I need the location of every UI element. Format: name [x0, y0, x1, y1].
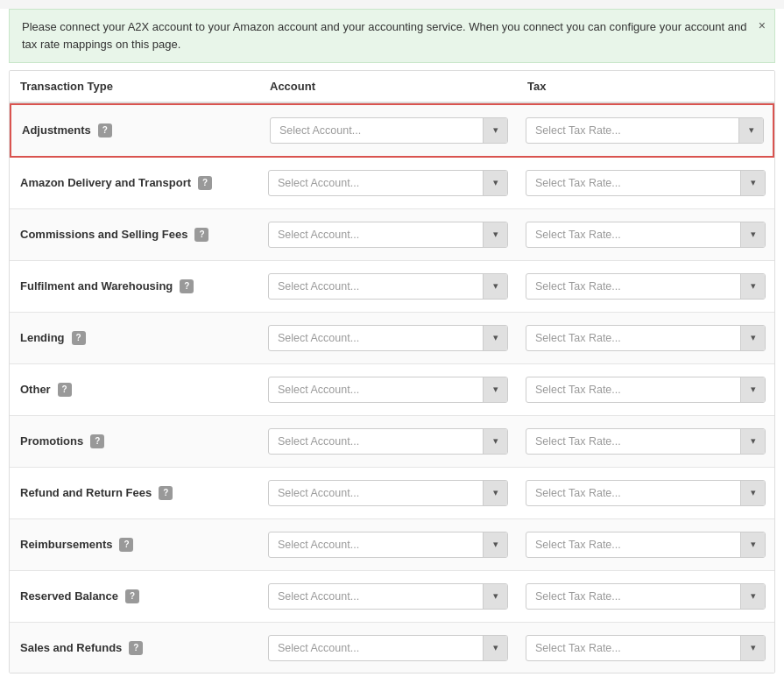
account-select-input[interactable]: Select Account... [269, 377, 483, 402]
tax-select-input[interactable]: Select Tax Rate... [526, 171, 740, 195]
account-select-wrapper[interactable]: Select Account...▾ [268, 583, 508, 610]
transaction-label: Refund and Return Fees [20, 486, 152, 499]
transaction-label: Reserved Balance [20, 589, 118, 603]
account-select-arrow[interactable]: ▾ [483, 584, 507, 609]
account-select-input[interactable]: Select Account... [269, 636, 483, 660]
tax-select-arrow[interactable]: ▾ [740, 636, 765, 660]
help-icon[interactable]: ? [58, 383, 72, 397]
tax-select-arrow[interactable]: ▾ [740, 584, 765, 609]
account-select-wrapper[interactable]: Select Account...▾ [268, 377, 508, 403]
account-select-input[interactable]: Select Account... [269, 171, 483, 195]
tax-select-input[interactable]: Select Tax Rate... [526, 584, 740, 609]
tax-select-input[interactable]: Select Tax Rate... [526, 326, 740, 350]
tax-select-arrow[interactable]: ▾ [740, 171, 765, 195]
transaction-label: Amazon Delivery and Transport [20, 176, 191, 189]
tax-select-arrow[interactable]: ▾ [740, 326, 765, 350]
account-select-wrapper[interactable]: Select Account...▾ [268, 170, 508, 196]
account-select-arrow[interactable]: ▾ [483, 532, 507, 557]
tax-select-wrapper[interactable]: Select Tax Rate...▾ [526, 117, 764, 144]
account-select-arrow[interactable]: ▾ [483, 274, 507, 299]
account-select-input[interactable]: Select Account... [269, 532, 483, 557]
account-select-input[interactable]: Select Account... [271, 118, 483, 143]
tax-select-input[interactable]: Select Tax Rate... [526, 481, 740, 505]
help-icon[interactable]: ? [198, 176, 212, 190]
tax-select-arrow[interactable]: ▾ [738, 118, 763, 143]
transaction-cell: Reserved Balance? [10, 571, 259, 622]
tax-select-wrapper[interactable]: Select Tax Rate...▾ [526, 532, 766, 558]
tax-select-wrapper[interactable]: Select Tax Rate...▾ [526, 635, 766, 661]
account-select-input[interactable]: Select Account... [269, 584, 483, 609]
account-select-wrapper[interactable]: Select Account...▾ [268, 273, 508, 300]
tax-select-wrapper[interactable]: Select Tax Rate...▾ [526, 377, 766, 403]
tax-select-arrow[interactable]: ▾ [740, 274, 765, 299]
help-icon[interactable]: ? [119, 538, 133, 552]
notification-close-button[interactable]: × [759, 18, 766, 32]
account-select-input[interactable]: Select Account... [269, 222, 483, 247]
account-select-wrapper[interactable]: Select Account...▾ [268, 480, 508, 506]
tax-select-input[interactable]: Select Tax Rate... [526, 222, 740, 247]
tax-select-wrapper[interactable]: Select Tax Rate...▾ [526, 428, 766, 455]
tax-select-cell: Select Tax Rate...▾ [517, 215, 774, 255]
tax-select-cell: Select Tax Rate...▾ [517, 421, 774, 462]
help-icon[interactable]: ? [125, 589, 139, 603]
tax-select-input[interactable]: Select Tax Rate... [526, 532, 740, 557]
account-select-arrow[interactable]: ▾ [483, 636, 507, 660]
tax-select-input[interactable]: Select Tax Rate... [526, 274, 740, 299]
tax-select-wrapper[interactable]: Select Tax Rate...▾ [526, 480, 766, 506]
account-select-arrow[interactable]: ▾ [483, 429, 507, 454]
tax-select-arrow[interactable]: ▾ [740, 481, 765, 505]
account-select-wrapper[interactable]: Select Account...▾ [268, 222, 508, 248]
tax-select-cell: Select Tax Rate...▾ [517, 576, 774, 617]
table-body: Adjustments?Select Account...▾Select Tax… [10, 103, 774, 673]
account-select-wrapper[interactable]: Select Account...▾ [268, 325, 508, 351]
help-icon[interactable]: ? [98, 123, 112, 138]
account-select-input[interactable]: Select Account... [269, 274, 483, 299]
tax-select-input[interactable]: Select Tax Rate... [526, 429, 740, 454]
page-wrapper: Please connect your A2X account to your … [0, 9, 784, 684]
account-select-input[interactable]: Select Account... [269, 429, 483, 454]
tax-select-wrapper[interactable]: Select Tax Rate...▾ [526, 583, 766, 610]
tax-select-input[interactable]: Select Tax Rate... [526, 118, 738, 143]
account-select-cell: Select Account...▾ [259, 576, 517, 617]
help-icon[interactable]: ? [90, 434, 104, 448]
tax-select-arrow[interactable]: ▾ [740, 377, 765, 402]
account-select-wrapper[interactable]: Select Account...▾ [268, 428, 508, 455]
tax-select-arrow[interactable]: ▾ [740, 532, 765, 557]
tax-select-input[interactable]: Select Tax Rate... [526, 377, 740, 402]
help-icon[interactable]: ? [180, 279, 194, 293]
account-select-arrow[interactable]: ▾ [483, 326, 507, 350]
transaction-label: Reimbursements [20, 538, 112, 551]
help-icon[interactable]: ? [72, 331, 86, 345]
account-select-arrow[interactable]: ▾ [483, 118, 507, 143]
account-select-wrapper[interactable]: Select Account...▾ [270, 117, 508, 144]
tax-select-cell: Select Tax Rate...▾ [517, 318, 774, 358]
account-select-cell: Select Account...▾ [259, 370, 517, 410]
account-select-arrow[interactable]: ▾ [483, 222, 507, 247]
tax-select-arrow[interactable]: ▾ [740, 222, 765, 247]
help-icon[interactable]: ? [159, 486, 173, 500]
transaction-table: Transaction Type Account Tax Adjustments… [9, 70, 775, 673]
account-select-arrow[interactable]: ▾ [483, 481, 507, 505]
account-select-input[interactable]: Select Account... [269, 481, 483, 505]
help-icon[interactable]: ? [194, 228, 208, 242]
account-select-arrow[interactable]: ▾ [483, 377, 507, 402]
account-select-wrapper[interactable]: Select Account...▾ [268, 532, 508, 558]
transaction-cell: Other? [10, 364, 259, 415]
tax-select-wrapper[interactable]: Select Tax Rate...▾ [526, 273, 766, 300]
table-row: Sales and Refunds?Select Account...▾Sele… [10, 623, 774, 673]
table-row: Reserved Balance?Select Account...▾Selec… [10, 571, 774, 623]
account-select-arrow[interactable]: ▾ [483, 171, 507, 195]
transaction-cell: Amazon Delivery and Transport? [10, 158, 259, 208]
transaction-label: Fulfilment and Warehousing [20, 279, 173, 293]
tax-select-wrapper[interactable]: Select Tax Rate...▾ [526, 325, 766, 351]
tax-select-arrow[interactable]: ▾ [740, 429, 765, 454]
transaction-cell: Sales and Refunds? [10, 623, 259, 673]
notification-bar: Please connect your A2X account to your … [9, 9, 775, 63]
account-select-wrapper[interactable]: Select Account...▾ [268, 635, 508, 661]
account-select-input[interactable]: Select Account... [269, 326, 483, 350]
tax-select-wrapper[interactable]: Select Tax Rate...▾ [526, 170, 766, 196]
tax-select-wrapper[interactable]: Select Tax Rate...▾ [526, 222, 766, 248]
help-icon[interactable]: ? [129, 641, 143, 655]
tax-select-input[interactable]: Select Tax Rate... [526, 636, 740, 660]
account-select-cell: Select Account...▾ [259, 525, 517, 565]
